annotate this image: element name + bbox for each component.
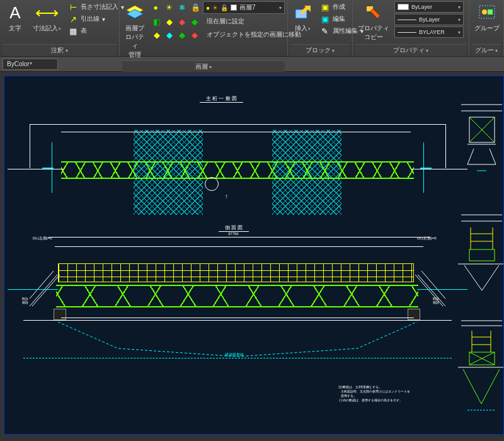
drawing-notes: 注)断面は、主JIS形鋼とする。 主桁架設時、支点部の仮受けにはコンクリートを … [338,385,410,403]
panel-properties-title[interactable]: プロパティ [355,44,466,56]
plot-style-value: ByColor [7,60,30,67]
group-label: グループ [474,24,500,33]
lineweight-dropdown[interactable]: ByLayer▾ [394,14,464,25]
move-to-layer-button[interactable]: ◆◆◆◆ オブジェクトを指定の画層に移動 [150,29,303,40]
text-button[interactable]: A 文字 [3,1,28,34]
level-right: DL(右側)=0 [417,236,437,241]
chevron-down-icon: ▾ [458,4,461,10]
svg-line-10 [30,271,54,299]
dim-ext-left [30,124,30,168]
clearance-label: 建築限界線 [225,352,244,358]
attr-icon: ✎ [320,26,330,36]
insert-block-button[interactable]: 挿入▾ [290,1,316,34]
panel-layer: 画層プロパティ 管理 ● ☀ ❄ 🔒 ● ☀ 🔓 画層7 [120,0,288,56]
stair-label-right: 既設 階段 [433,297,439,304]
drawing-area-wrap: 主 桁 一 般 図 ↑ 側 面 図 37750 DL(左側)=0 DL(右側)=… [0,72,504,441]
lineweight-icon [398,20,416,20]
panel-block: 挿入▾ ▣作成 ▣編集 ✎属性編集 ▾ ブロック [288,0,353,56]
svg-rect-27 [469,249,495,261]
level-left: DL(左側)=0 [33,236,52,241]
bulb-icon[interactable]: ● [150,2,161,13]
text-label: 文字 [9,24,21,33]
linear-dim-button[interactable]: ⊢長さ寸法記入 ▾ [66,1,126,13]
lock-icon[interactable]: 🔒 [190,2,201,13]
sun-icon[interactable]: ☀ [163,2,175,13]
stair-right [415,268,445,306]
svg-rect-7 [488,9,493,14]
group-button[interactable]: グループ [472,1,502,34]
panel-group-title[interactable]: グルー [472,44,501,56]
svg-line-8 [30,275,57,306]
match-properties-button[interactable]: プロパティ コピー [355,1,392,43]
center-mark-circle [205,177,219,191]
iso-icon: ◆ [152,30,162,40]
stair-left [30,268,60,306]
leader-button[interactable]: ↗引出線 ▾ [66,13,126,25]
off-icon: ◆ [164,30,175,40]
segment-dims [55,246,423,247]
chevron-down-icon: ▾ [458,17,461,23]
bulb-icon: ● [206,4,210,11]
prev-icon: ◆ [190,30,200,40]
dim-ext-right [445,124,446,168]
svg-line-13 [421,271,445,299]
match-label: プロパティ コピー [358,24,389,42]
make-current-icon: ◧ [152,16,162,26]
group-icon [477,3,497,23]
chevron-down-icon: ▾ [279,5,282,11]
layer-properties-button[interactable]: 画層プロパティ 管理 [122,1,147,60]
svg-point-6 [482,9,487,14]
span-dimension [61,132,411,132]
lock-all-icon: ◆ [190,16,200,26]
dimension-button[interactable]: ⟷ 寸法記入▾ [30,1,64,34]
panel-annotate-title[interactable]: 注釈 [3,44,117,56]
ribbon: A 文字 ⟷ 寸法記入▾ ⊢長さ寸法記入 ▾ ↗引出線 ▾ ▦表 注釈 画層プロ… [0,0,504,57]
color-dropdown[interactable]: ByLayer▾ [394,1,464,13]
chevron-down-icon: ▾ [30,60,32,66]
under-dimension [61,318,414,318]
elevation-view: 側 面 図 37750 DL(左側)=0 DL(右側)=0 建築限界線 既設 階… [11,224,452,357]
leader-icon: ↗ [68,14,78,24]
water-level-left [8,289,58,290]
insert-label: 挿入 [295,25,307,32]
linetype-icon [398,32,416,33]
main-truss [56,285,418,307]
sun-icon: ☀ [212,4,218,11]
panel-block-title[interactable]: ブロック [290,44,350,56]
span-value: 37750 [228,232,239,236]
layer-dropdown[interactable]: ● ☀ 🔓 画層7 ▾ [203,1,285,14]
drawing-canvas[interactable]: 主 桁 一 般 図 ↑ 側 面 図 37750 DL(左側)=0 DL(右側)=… [4,76,504,435]
clearance-gauge: 建築限界線 [58,322,417,360]
brush-icon [364,3,384,23]
table-button[interactable]: ▦表 [66,25,126,37]
elevation-title: 側 面 図 [219,224,249,232]
edit-icon: ▣ [320,14,330,24]
plan-title: 主 桁 一 般 図 [200,95,243,103]
color-swatch-icon [398,4,409,10]
panel-group: グループ グルー [469,0,504,56]
panel-properties: プロパティ コピー ByLayer▾ ByLayer▾ BYLAYER▾ プロパ… [353,0,469,56]
detail-section-1 [458,95,504,190]
freeze-icon[interactable]: ❄ [176,2,188,13]
layer-mgr-label: 画層プロパティ 管理 [125,24,145,59]
detail-section-3 [458,316,504,429]
layer-stack-icon [125,3,145,23]
plan-view: 主 桁 一 般 図 ↑ [11,95,452,221]
ground-dashed [23,358,452,358]
bearing-left [54,309,66,320]
handrail [58,263,414,282]
chevron-down-icon: ▾ [458,30,461,35]
plot-style-dropdown[interactable]: ByColor ▾ [3,59,58,70]
truss-beam [61,161,414,179]
linetype-dropdown[interactable]: BYLAYER▾ [394,26,464,38]
panel-annotate: A 文字 ⟷ 寸法記入▾ ⊢長さ寸法記入 ▾ ↗引出線 ▾ ▦表 注釈 [0,0,120,56]
overall-dim-2 [49,237,430,238]
dimension-icon: ⟷ [37,3,57,23]
panel-layer-title[interactable]: 画層 [122,60,285,72]
color-swatch-icon [231,4,237,11]
dim-label: 寸法記入 [33,25,58,32]
create-icon: ▣ [320,2,330,12]
make-current-button[interactable]: ◧◆◆◆ 現在層に設定 [150,16,303,27]
insert-icon [293,3,313,23]
abutment-line-left [8,169,64,169]
